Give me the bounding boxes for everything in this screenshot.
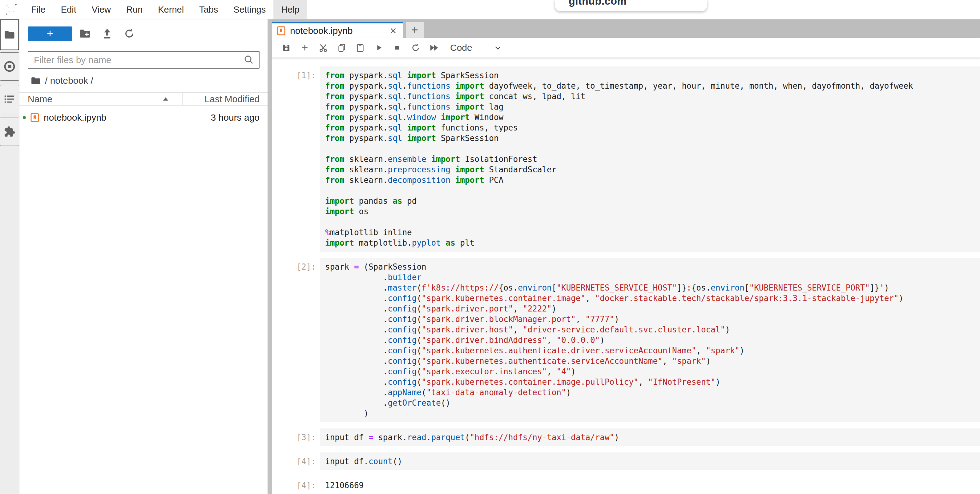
left-sidebar	[0, 19, 19, 494]
column-name-label: Name	[28, 94, 52, 104]
new-tab-plus-icon[interactable]	[406, 22, 424, 38]
menu-edit[interactable]: Edit	[53, 0, 84, 19]
file-name: notebook.ipynb	[44, 112, 107, 123]
panel-splitter[interactable]	[267, 19, 272, 494]
cell-prompt: [2]:	[272, 258, 320, 422]
home-folder-icon[interactable]	[31, 77, 41, 85]
code-cell: [2]:spark = (SparkSession .builder .mast…	[272, 258, 980, 422]
cell-input[interactable]: from pyspark.sql import SparkSessionfrom…	[320, 67, 980, 252]
cell-input[interactable]: input_df.count()	[320, 453, 980, 470]
cell-prompt: [3]:	[272, 429, 320, 446]
file-browser-toolbar: +	[19, 19, 267, 43]
cell-prompt: [4]:	[272, 453, 320, 470]
site-popup: github.com	[555, 0, 707, 11]
add-cell-icon[interactable]	[296, 39, 314, 56]
filter-files-box	[28, 51, 259, 68]
save-icon[interactable]	[277, 39, 296, 56]
extension-manager-icon[interactable]	[0, 118, 19, 146]
tab-bar: notebook.ipynb	[272, 19, 980, 38]
output-cell: [4]:12106669	[272, 477, 980, 494]
cell-type-value: Code	[450, 43, 472, 53]
new-folder-icon[interactable]	[75, 25, 94, 42]
notebook-file-icon	[30, 113, 39, 122]
cell-type-select[interactable]: Code	[450, 43, 503, 53]
search-icon	[243, 54, 255, 65]
menu-run[interactable]: Run	[119, 0, 150, 19]
new-launcher-button[interactable]: +	[28, 27, 72, 41]
code-cell: [3]:input_df = spark.read.parquet("hdfs:…	[272, 429, 980, 446]
running-sessions-icon[interactable]	[0, 52, 19, 81]
paste-icon[interactable]	[351, 39, 369, 56]
menu-file[interactable]: File	[24, 0, 53, 19]
notebook-tab-icon	[277, 26, 285, 36]
column-header-modified[interactable]: Last Modified	[183, 94, 267, 104]
notebook-cells: [1]:from pyspark.sql import SparkSession…	[272, 67, 980, 494]
menu-help[interactable]: Help	[274, 0, 307, 19]
table-of-contents-icon[interactable]	[0, 85, 19, 113]
file-browser-icon[interactable]	[0, 19, 19, 50]
file-row[interactable]: notebook.ipynb 3 hours ago	[19, 110, 267, 125]
upload-icon[interactable]	[98, 25, 117, 42]
cell-input[interactable]: spark = (SparkSession .builder .master(f…	[320, 258, 980, 422]
file-browser-panel: + / notebook / Name	[19, 19, 267, 494]
code-cell: [1]:from pyspark.sql import SparkSession…	[272, 67, 980, 252]
run-all-icon[interactable]	[425, 39, 443, 56]
menu-kernel[interactable]: Kernel	[150, 0, 191, 19]
cell-output: 12106669	[320, 477, 980, 494]
dock-panel: notebook.ipynb	[272, 19, 980, 494]
run-icon[interactable]	[369, 39, 388, 56]
copy-icon[interactable]	[332, 39, 351, 56]
menu-view[interactable]: View	[84, 0, 119, 19]
file-modified: 3 hours ago	[107, 112, 268, 123]
tab-notebook[interactable]: notebook.ipynb	[272, 22, 403, 38]
cell-prompt: [1]:	[272, 67, 320, 252]
menu-tabs[interactable]: Tabs	[191, 0, 226, 19]
filter-files-input[interactable]	[33, 54, 243, 65]
running-indicator-dot	[23, 116, 26, 119]
menu-bar: File Edit View Run Kernel Tabs Settings …	[0, 0, 980, 19]
refresh-icon[interactable]	[120, 25, 139, 42]
chevron-down-icon	[493, 43, 503, 52]
cut-icon[interactable]	[314, 39, 332, 56]
sort-ascending-icon	[163, 97, 168, 101]
breadcrumb[interactable]: / notebook /	[31, 75, 267, 86]
code-cell: [4]:input_df.count()	[272, 453, 980, 470]
jupyter-logo-icon	[4, 0, 19, 19]
breadcrumb-path: / notebook /	[45, 75, 93, 86]
cell-prompt: [4]:	[272, 477, 320, 494]
menu-settings[interactable]: Settings	[226, 0, 274, 19]
restart-icon[interactable]	[406, 39, 425, 56]
stop-icon[interactable]	[388, 39, 406, 56]
tab-label: notebook.ipynb	[290, 25, 353, 36]
file-listing-header: Name Last Modified	[19, 92, 267, 106]
notebook-toolbar: Code	[272, 38, 980, 58]
column-header-name[interactable]: Name	[19, 93, 183, 105]
site-popup-text: github.com	[569, 0, 707, 7]
notebook-content: [1]:from pyspark.sql import SparkSession…	[272, 58, 980, 494]
close-icon[interactable]	[388, 26, 398, 35]
cell-input[interactable]: input_df = spark.read.parquet("hdfs://hd…	[320, 429, 980, 446]
